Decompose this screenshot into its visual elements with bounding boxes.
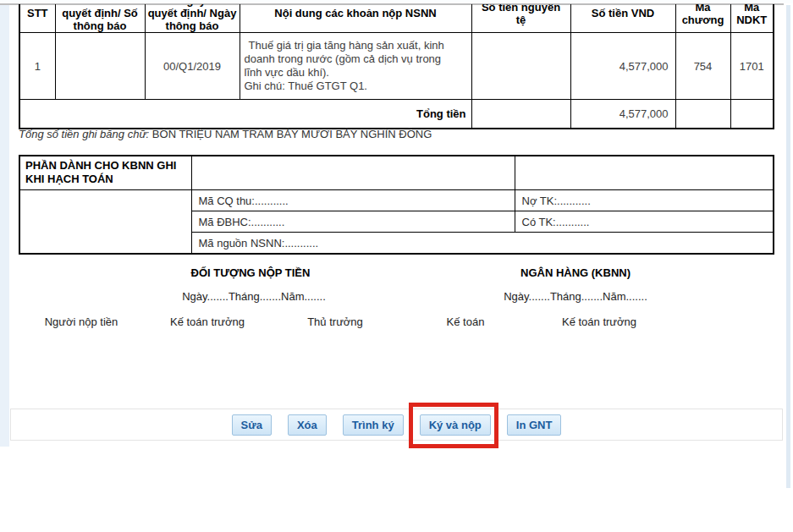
cell-so-tien-nguyen-te bbox=[471, 33, 570, 100]
cell-so-quyet-dinh bbox=[55, 33, 145, 100]
cell-so-tien-vnd: 4,577,000 bbox=[570, 33, 675, 100]
co-tk-field: Có TK:........... bbox=[515, 211, 774, 233]
ky-va-nop-wrap: Ký và nộp bbox=[420, 414, 491, 436]
kbnn-empty-left bbox=[19, 190, 191, 255]
total-so-tien-nguyen-te bbox=[471, 100, 570, 129]
cell-noi-dung: Thuế giá trị gia tăng hàng sản xuất, kin… bbox=[240, 33, 471, 100]
table-row: 1 00/Q1/2019 Thuế giá trị gia tăng hàng … bbox=[19, 33, 774, 100]
role-thu-truong: Thủ trưởng bbox=[267, 315, 403, 328]
ky-va-nop-button[interactable]: Ký và nộp bbox=[420, 414, 491, 436]
payer-signature-title: ĐỐI TƯỢNG NỘP TIỀN bbox=[124, 266, 377, 279]
cell-ma-chuong: 754 bbox=[675, 33, 730, 100]
col-header-so-tien-nguyen-te: Số tiền nguyên tệ bbox=[471, 4, 570, 33]
kbnn-section-title: PHẦN DÀNH CHO KBNN GHI KHI HẠCH TOÁN bbox=[19, 156, 191, 190]
total-ma-ndkt bbox=[730, 100, 774, 129]
panel-left-edge bbox=[0, 5, 9, 447]
no-tk-field: Nợ TK:........... bbox=[515, 190, 774, 211]
kbnn-empty-mid bbox=[191, 156, 515, 190]
total-so-tien-vnd: 4,577,000 bbox=[570, 100, 675, 129]
in-gnt-button[interactable]: In GNT bbox=[507, 414, 562, 436]
ma-dbhc-field: Mã ĐBHC:........... bbox=[191, 211, 515, 233]
kbnn-row-1: Mã CQ thu:........... Nợ TK:........... bbox=[19, 190, 774, 211]
trinh-ky-button[interactable]: Trình ký bbox=[343, 414, 404, 436]
role-ke-toan-truong-payer: Kế toán trưởng bbox=[140, 315, 275, 328]
col-header-stt: STT bbox=[19, 4, 55, 33]
panel-right-edge bbox=[786, 5, 790, 488]
role-ke-toan-truong-bank: Kế toán trưởng bbox=[531, 315, 667, 328]
total-label: Tổng tiền bbox=[19, 100, 471, 129]
kbnn-empty-right bbox=[515, 156, 774, 190]
col-header-ngay-quyet-dinh: Ngày quyết định/ Ngày thông báo bbox=[145, 4, 240, 33]
col-header-ma-chuong: Mã chương bbox=[675, 4, 730, 33]
table-header-row: STT Số quyết định/ Số thông báo Ngày quy… bbox=[19, 4, 774, 33]
col-header-ma-ndkt: Mã NDKT bbox=[730, 4, 774, 33]
ma-cq-thu-field: Mã CQ thu:........... bbox=[191, 190, 515, 211]
kbnn-header-row: PHẦN DÀNH CHO KBNN GHI KHI HẠCH TOÁN bbox=[19, 156, 774, 190]
bank-date-line: Ngày.......Tháng.......Năm....... bbox=[449, 290, 702, 303]
col-header-noi-dung: Nội dung các khoản nộp NSNN bbox=[240, 4, 471, 33]
sua-button[interactable]: Sửa bbox=[232, 414, 272, 436]
amount-in-words-label: Tổng số tiền ghi bằng chữ: bbox=[19, 128, 149, 140]
kbnn-accounting-table: PHẦN DÀNH CHO KBNN GHI KHI HẠCH TOÁN Mã … bbox=[19, 155, 774, 255]
role-ke-toan: Kế toán bbox=[398, 315, 533, 328]
ma-nguon-nsnn-field: Mã nguồn NSNN:........... bbox=[191, 233, 774, 255]
total-ma-chuong bbox=[675, 100, 730, 129]
action-toolbar: Sửa Xóa Trình ký Ký và nộp In GNT bbox=[10, 409, 783, 441]
col-header-so-tien-vnd: Số tiền VND bbox=[570, 4, 675, 33]
bank-signature-title: NGÂN HÀNG (KBNN) bbox=[449, 266, 702, 279]
xoa-button[interactable]: Xóa bbox=[288, 414, 327, 436]
cell-ma-ndkt: 1701 bbox=[730, 33, 774, 100]
tax-items-table-wrap: STT Số quyết định/ Số thông báo Ngày quy… bbox=[19, 4, 774, 129]
total-row: Tổng tiền 4,577,000 bbox=[19, 100, 774, 129]
amount-in-words-value: BỐN TRIỆU NĂM TRĂM BẢY MƯƠI BẢY NGHÌN ĐỒ… bbox=[152, 128, 432, 140]
payer-date-line: Ngày.......Tháng.......Năm....... bbox=[127, 290, 381, 303]
cell-ngay-quyet-dinh: 00/Q1/2019 bbox=[145, 33, 240, 100]
tax-items-table: STT Số quyết định/ Số thông báo Ngày quy… bbox=[19, 4, 774, 129]
amount-in-words: Tổng số tiền ghi bằng chữ: BỐN TRIỆU NĂM… bbox=[19, 128, 763, 140]
col-header-so-quyet-dinh: Số quyết định/ Số thông báo bbox=[55, 4, 145, 33]
role-nguoi-nop-tien: Người nộp tiền bbox=[14, 315, 149, 328]
cell-stt: 1 bbox=[19, 33, 55, 100]
